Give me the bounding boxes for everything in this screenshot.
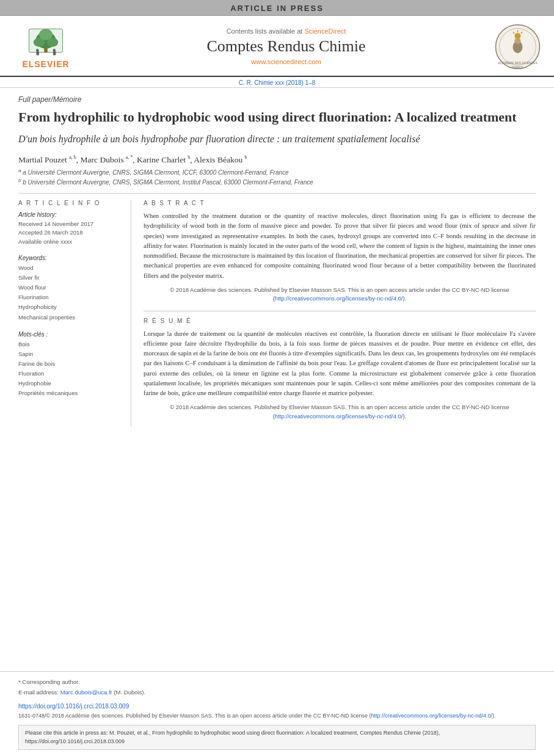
mot-cle-5: Hydrophobie	[18, 379, 122, 388]
available-date: Available online xxxx	[18, 238, 122, 246]
sciencedirect-link[interactable]: ScienceDirect	[304, 27, 346, 35]
issn-cc-link[interactable]: http://creativecommons.org/licenses/by-n…	[371, 713, 492, 719]
mot-cle-3: Farine de bois	[18, 359, 122, 369]
mots-cles-label: Mots-clés :	[18, 331, 122, 338]
mot-cle-4: Fluoration	[18, 369, 122, 379]
resume-header: R É S U M É	[144, 318, 536, 324]
keywords-section: Keywords: Wood Silver fir Wood flour Flu…	[18, 255, 122, 322]
history-label: Article history:	[18, 211, 122, 218]
svg-point-17	[514, 38, 520, 44]
elsevier-label: ELSEVIER	[22, 59, 69, 69]
citation-text: Please cite this article in press as: M.…	[25, 729, 529, 746]
keyword-6: Mechanical properties	[18, 313, 122, 322]
svg-rect-9	[53, 51, 56, 55]
footer-section: * Corresponding author. E-mail address: …	[0, 671, 554, 756]
svg-point-7	[53, 48, 56, 51]
journal-title: Comptes Rendus Chimie	[79, 37, 493, 56]
article-info-section: A R T I C L E I N F O Article history: R…	[18, 200, 122, 246]
corresponding-author: * Corresponding author.	[18, 678, 536, 686]
mot-cle-2: Sapin	[18, 349, 122, 359]
elsevier-logo: ELSEVIER	[12, 24, 79, 69]
article-title: From hydrophilic to hydrophobic wood usi…	[18, 109, 536, 126]
doi-line: C. R. Chimie xxx (2018) 1–8	[0, 77, 554, 88]
resume-text: Lorsque la durée de traitement ou la qua…	[144, 329, 536, 399]
journal-url[interactable]: www.sciencedirect.com	[79, 58, 493, 65]
two-column-layout: A R T I C L E I N F O Article history: R…	[18, 200, 536, 427]
svg-rect-8	[36, 51, 39, 55]
keyword-5: Hydrophobicity	[18, 302, 122, 312]
doi-footer[interactable]: https://doi.org/10.1016/j.crci.2018.03.0…	[18, 703, 536, 710]
issn-text: 1631-0748/© 2018 Académie des sciences. …	[18, 712, 536, 721]
svg-point-5	[39, 29, 53, 40]
affiliation-b: b b Université Clermont Auvergne, CNRS, …	[18, 178, 536, 186]
main-content: Full paper/Mémoire From hydrophilic to h…	[0, 88, 554, 666]
citation-box: Please cite this article in press as: M.…	[18, 725, 536, 750]
abstract-header: A B S T R A C T	[144, 200, 536, 206]
keyword-4: Fluorination	[18, 293, 122, 302]
right-column: A B S T R A C T When controlled by the t…	[144, 200, 536, 427]
svg-text:ACADÉMIE DES SCIENCES: ACADÉMIE DES SCIENCES	[498, 61, 538, 65]
journal-header: ELSEVIER Contents lists available at Sci…	[0, 16, 554, 77]
article-info-header: A R T I C L E I N F O	[18, 200, 122, 206]
affiliation-a: a a Université Clermont Auvergne, CNRS, …	[18, 168, 536, 176]
france-academy-logo: ACADÉMIE DES SCIENCES FRANCE	[493, 22, 542, 71]
abstract-cc-link[interactable]: http://creativecommons.org/licenses/by-n…	[275, 295, 403, 302]
affiliation-block: a a Université Clermont Auvergne, CNRS, …	[18, 168, 536, 194]
left-column: A R T I C L E I N F O Article history: R…	[18, 200, 131, 427]
mot-cle-1: Bois	[18, 340, 122, 349]
accepted-date: Accepted 26 March 2018	[18, 228, 122, 237]
mot-cle-6: Propriétés mécaniques	[18, 388, 122, 398]
abstract-text: When controlled by the treatment duratio…	[144, 211, 536, 281]
paper-type: Full paper/Mémoire	[18, 95, 536, 104]
academy-logo-icon: ACADÉMIE DES SCIENCES FRANCE	[495, 24, 541, 70]
keywords-label: Keywords:	[18, 255, 122, 261]
aip-banner-text: ARTICLE IN PRESS	[230, 4, 324, 13]
keyword-1: Wood	[18, 263, 122, 273]
svg-text:FRANCE: FRANCE	[512, 66, 523, 69]
resume-section: R É S U M É Lorsque la durée de traiteme…	[144, 311, 536, 421]
mots-cles-section: Mots-clés : Bois Sapin Farine de bois Fl…	[18, 331, 122, 399]
email-line: E-mail address: Marc.dubois@uca.fr (M. D…	[18, 688, 536, 697]
authors: Martial Pouzet a, b, Marc Dubois a, *, K…	[18, 154, 536, 165]
author-email[interactable]: Marc.dubois@uca.fr	[60, 689, 112, 696]
resume-cc-link[interactable]: http://creativecommons.org/licenses/by-n…	[275, 413, 403, 420]
keyword-2: Silver fir	[18, 273, 122, 283]
contents-line: Contents lists available at ScienceDirec…	[79, 27, 493, 35]
svg-point-6	[36, 48, 39, 51]
keyword-3: Wood flour	[18, 283, 122, 293]
mots-cles-list: Bois Sapin Farine de bois Fluoration Hyd…	[18, 340, 122, 399]
article-subtitle: D'un bois hydrophile à un bois hydrophob…	[18, 133, 536, 146]
journal-center: Contents lists available at ScienceDirec…	[79, 27, 493, 65]
keywords-list: Wood Silver fir Wood flour Fluorination …	[18, 263, 122, 322]
aip-banner: ARTICLE IN PRESS	[0, 0, 554, 16]
received-date: Received 14 November 2017	[18, 220, 122, 228]
abstract-copyright: © 2018 Académie des sciences. Published …	[144, 286, 536, 303]
resume-copyright: © 2018 Académie des sciences. Published …	[144, 403, 536, 421]
elsevier-tree-icon	[21, 24, 70, 58]
